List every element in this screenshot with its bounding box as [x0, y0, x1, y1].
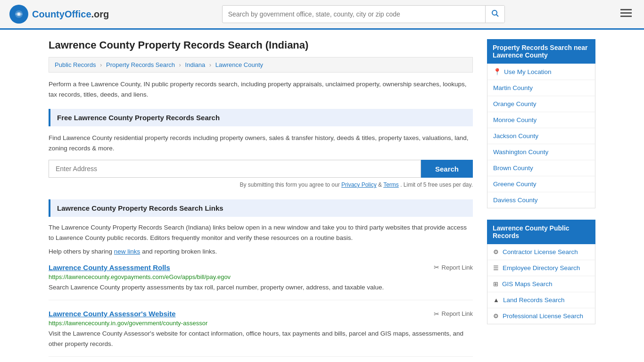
use-my-location-link[interactable]: Use My Location: [504, 68, 552, 75]
daviess-county-link[interactable]: Daviess County: [493, 197, 538, 204]
page-title: Lawrence County Property Records Search …: [49, 39, 473, 51]
logo-icon: [9, 5, 28, 24]
washington-county-link[interactable]: Washington County: [493, 148, 548, 156]
scissors-icon-0: [434, 263, 439, 271]
links-section: Lawrence County Property Records Search …: [49, 199, 473, 357]
sidebar-item-daviess-county[interactable]: Daviess County: [487, 192, 595, 208]
sidebar-item-jackson-county[interactable]: Jackson County: [487, 128, 595, 144]
links-section-header: Lawrence County Property Records Search …: [49, 199, 473, 217]
svg-point-4: [492, 10, 497, 15]
sidebar-nearby-list: 📍 Use My Location Martin County Orange C…: [487, 64, 595, 208]
sidebar-public-item-professional[interactable]: ⚙ Professional License Search: [487, 308, 595, 324]
report-link-button-1[interactable]: Report Link: [434, 310, 473, 318]
address-search-input[interactable]: [49, 160, 421, 178]
svg-point-3: [18, 13, 20, 15]
record-link-title-1[interactable]: Lawrence County Assessor's Website: [49, 310, 176, 318]
sidebar-item-use-my-location[interactable]: 📍 Use My Location: [487, 64, 595, 80]
svg-rect-6: [620, 9, 632, 10]
sidebar-public-records-section: Lawrence County Public Records ⚙ Contrac…: [487, 220, 595, 324]
free-search-description: Find Lawrence County residential propert…: [49, 133, 473, 153]
breadcrumb-property-records-search[interactable]: Property Records Search: [106, 61, 175, 68]
sidebar-item-washington-county[interactable]: Washington County: [487, 144, 595, 160]
sidebar-item-brown-county[interactable]: Brown County: [487, 160, 595, 176]
privacy-policy-link[interactable]: Privacy Policy: [341, 181, 377, 188]
gear-icon: ⚙: [493, 248, 499, 255]
content-area: Lawrence County Property Records Search …: [49, 39, 473, 362]
breadcrumb-indiana[interactable]: Indiana: [185, 61, 206, 68]
site-header: CountyOffice.org: [0, 0, 644, 30]
breadcrumb: Public Records › Property Records Search…: [49, 57, 473, 73]
brown-county-link[interactable]: Brown County: [493, 165, 533, 172]
location-dot-icon: 📍: [493, 68, 501, 75]
land-records-search-link[interactable]: Land Records Search: [503, 296, 565, 304]
employee-directory-search-link[interactable]: Employee Directory Search: [503, 264, 580, 272]
sidebar-public-item-employee[interactable]: ☰ Employee Directory Search: [487, 260, 595, 276]
main-container: Lawrence County Property Records Search …: [39, 30, 605, 362]
record-link-item: Lawrence County Assessor's Website Repor…: [49, 310, 473, 357]
record-link-title-0[interactable]: Lawrence County Assessment Rolls: [49, 263, 170, 272]
sidebar-item-monroe-county[interactable]: Monroe County: [487, 112, 595, 128]
record-link-desc-0: Search Lawrence County property assessme…: [49, 282, 473, 293]
sidebar-public-records-title: Lawrence County Public Records: [487, 220, 595, 244]
page-description: Perform a free Lawrence County, IN publi…: [49, 79, 473, 99]
sidebar-nearby-section: Property Records Search near Lawrence Co…: [487, 39, 595, 208]
sidebar-nearby-title: Property Records Search near Lawrence Co…: [487, 39, 595, 64]
address-search-button[interactable]: Search: [421, 160, 473, 178]
martin-county-link[interactable]: Martin County: [493, 84, 533, 91]
orange-county-link[interactable]: Orange County: [493, 100, 537, 107]
terms-link[interactable]: Terms: [383, 181, 399, 188]
sidebar-item-martin-county[interactable]: Martin County: [487, 80, 595, 96]
form-note: By submitting this form you agree to our…: [49, 181, 473, 188]
share-line: Help others by sharing new links and rep…: [49, 248, 473, 255]
sidebar-public-item-gis[interactable]: ⊞ GIS Maps Search: [487, 276, 595, 292]
breadcrumb-public-records[interactable]: Public Records: [55, 61, 96, 68]
breadcrumb-lawrence-county[interactable]: Lawrence County: [215, 61, 263, 68]
professional-icon: ⚙: [493, 313, 499, 320]
free-search-section-header: Free Lawrence County Property Records Se…: [49, 109, 473, 126]
list-icon: ☰: [493, 264, 499, 272]
svg-rect-7: [620, 12, 632, 14]
links-description: The Lawrence County Property Records Sea…: [49, 222, 473, 243]
monroe-county-link[interactable]: Monroe County: [493, 116, 537, 123]
address-search-row: Search: [49, 160, 473, 178]
svg-line-5: [496, 15, 498, 16]
jackson-county-link[interactable]: Jackson County: [493, 132, 538, 140]
record-link-title-row: Lawrence County Assessment Rolls Report …: [49, 263, 473, 272]
sidebar-item-orange-county[interactable]: Orange County: [487, 96, 595, 112]
sidebar-item-greene-county[interactable]: Greene County: [487, 176, 595, 192]
record-link-desc-1: Visit the Lawrence County Assessor's web…: [49, 329, 473, 349]
new-links-link[interactable]: new links: [114, 248, 140, 255]
sidebar-public-item-land[interactable]: ▲ Land Records Search: [487, 292, 595, 308]
record-link-url-1[interactable]: https://lawrencecounty.in.gov/government…: [49, 320, 473, 327]
sidebar-public-item-contractor[interactable]: ⚙ Contractor License Search: [487, 244, 595, 260]
logo-text: CountyOffice.org: [32, 9, 109, 20]
map-icon: ⊞: [493, 280, 498, 288]
report-link-button-0[interactable]: Report Link: [434, 263, 473, 271]
contractor-license-search-link[interactable]: Contractor License Search: [503, 248, 578, 255]
record-link-item: Lawrence County Assessment Rolls Report …: [49, 263, 473, 301]
professional-license-search-link[interactable]: Professional License Search: [503, 313, 583, 320]
gis-maps-search-link[interactable]: GIS Maps Search: [502, 280, 553, 288]
logo-area: CountyOffice.org: [9, 5, 109, 24]
scissors-icon-1: [434, 310, 439, 318]
record-link-url-0[interactable]: https://lawrencecounty.egovpayments.com/…: [49, 273, 473, 280]
greene-county-link[interactable]: Greene County: [493, 181, 537, 188]
record-link-title-row: Lawrence County Assessor's Website Repor…: [49, 310, 473, 318]
header-search-input[interactable]: [223, 7, 485, 22]
sidebar: Property Records Search near Lawrence Co…: [487, 39, 595, 362]
header-search-bar: [222, 5, 505, 23]
menu-icon[interactable]: [618, 5, 635, 23]
header-search-button[interactable]: [485, 6, 504, 23]
svg-rect-8: [620, 16, 632, 17]
sidebar-public-list: ⚙ Contractor License Search ☰ Employee D…: [487, 244, 595, 324]
land-icon: ▲: [493, 296, 499, 304]
logo-brand: CountyOffice: [32, 9, 91, 19]
